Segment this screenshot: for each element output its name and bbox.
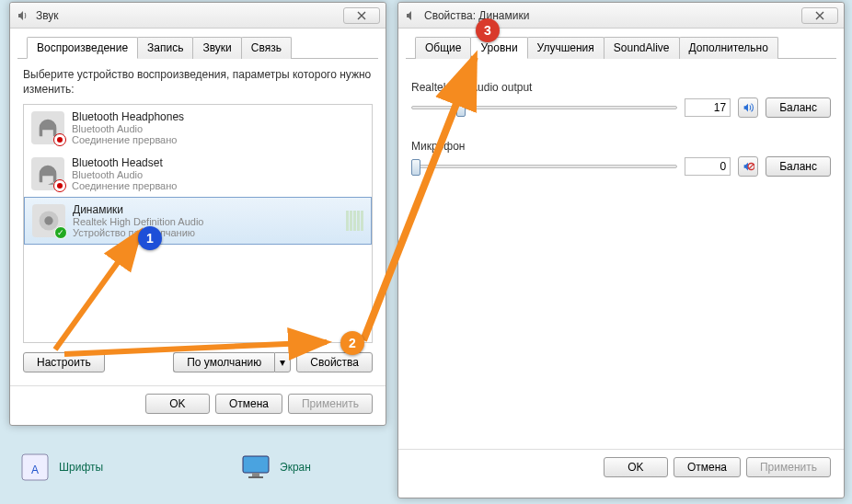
device-state: Соединение прервано: [72, 180, 364, 191]
props-body: Realtek HD Audio output Баланс Микрофон: [398, 59, 844, 445]
callout-1: 1: [138, 226, 162, 250]
headphones-icon: [31, 111, 64, 144]
fonts-icon: A: [18, 451, 52, 484]
svg-point-1: [44, 217, 52, 225]
callout-3: 3: [476, 18, 500, 42]
props-footer: OK Отмена Применить: [398, 449, 844, 488]
volume-slider[interactable]: [411, 157, 677, 176]
speaker-device-icon: [32, 204, 65, 237]
level-group-mic: Микрофон Баланс: [411, 140, 831, 177]
tab-levels[interactable]: Уровни: [470, 37, 527, 59]
props-tabs: Общие Уровни Улучшения SoundAlive Дополн…: [406, 29, 836, 59]
status-error-icon: [53, 179, 66, 192]
tab-playback[interactable]: Воспроизведение: [27, 37, 138, 59]
configure-button[interactable]: Настроить: [23, 352, 105, 372]
tab-advanced[interactable]: Дополнительно: [679, 37, 778, 59]
device-name: Динамики: [73, 203, 339, 216]
callout-2: 2: [340, 331, 364, 355]
tab-soundalive[interactable]: SoundAlive: [604, 37, 680, 59]
default-button[interactable]: По умолчанию: [173, 352, 274, 372]
volume-slider[interactable]: [411, 98, 677, 117]
svg-rect-7: [248, 476, 263, 478]
status-error-icon: [53, 133, 66, 146]
volume-meter-icon: [346, 211, 363, 231]
slider-thumb[interactable]: [456, 100, 466, 117]
speaker-icon: [16, 8, 30, 23]
tab-general[interactable]: Общие: [415, 37, 471, 59]
close-button[interactable]: [343, 7, 380, 24]
sound-body: Выберите устройство воспроизведения, пар…: [10, 59, 386, 382]
chevron-down-icon[interactable]: ▾: [274, 352, 291, 372]
mute-toggle-button[interactable]: [738, 156, 758, 177]
level-label: Микрофон: [411, 140, 831, 153]
device-item-selected[interactable]: Динамики Realtek High Definition Audio У…: [24, 197, 372, 245]
sound-window-title: Звук: [36, 9, 343, 22]
device-name: Bluetooth Headphones: [72, 110, 364, 123]
close-button[interactable]: [801, 7, 838, 24]
instruction-text: Выберите устройство воспроизведения, пар…: [23, 68, 373, 97]
device-button-row: Настроить По умолчанию ▾ Свойства: [23, 352, 373, 372]
status-ok-icon: [54, 226, 67, 239]
desktop-icon-fonts[interactable]: A Шрифты: [18, 451, 103, 484]
svg-rect-6: [252, 473, 259, 476]
device-list[interactable]: Bluetooth Headphones Bluetooth Audio Сое…: [23, 104, 373, 343]
properties-window: Свойства: Динамики Общие Уровни Улучшени…: [397, 2, 845, 498]
ok-button[interactable]: OK: [604, 457, 668, 477]
volume-value-input[interactable]: [685, 157, 731, 176]
sound-tabs: Воспроизведение Запись Звуки Связь: [17, 29, 378, 59]
device-state: Устройство по умолчанию: [73, 227, 339, 238]
desktop-label: Экран: [280, 461, 311, 474]
device-sub: Realtek High Definition Audio: [73, 216, 339, 227]
cancel-button[interactable]: Отмена: [674, 457, 741, 477]
level-group-output: Realtek HD Audio output Баланс: [411, 81, 831, 118]
props-titlebar[interactable]: Свойства: Динамики: [398, 3, 844, 29]
device-sub: Bluetooth Audio: [72, 169, 364, 180]
svg-rect-5: [243, 456, 269, 473]
sound-footer: OK Отмена Применить: [10, 385, 386, 425]
tab-comm[interactable]: Связь: [241, 37, 292, 59]
svg-text:A: A: [31, 464, 39, 476]
mute-toggle-button[interactable]: [738, 97, 758, 118]
sound-titlebar[interactable]: Звук: [10, 3, 386, 29]
apply-button[interactable]: Применить: [288, 394, 373, 414]
desktop-icon-screen[interactable]: Экран: [239, 451, 311, 484]
device-item[interactable]: Bluetooth Headset Bluetooth Audio Соедин…: [24, 151, 372, 197]
desktop-label: Шрифты: [59, 461, 103, 474]
slider-thumb[interactable]: [411, 159, 420, 176]
apply-button[interactable]: Применить: [746, 457, 831, 477]
screen-icon: [239, 451, 272, 484]
device-sub: Bluetooth Audio: [72, 123, 364, 134]
device-item[interactable]: Bluetooth Headphones Bluetooth Audio Сое…: [24, 105, 372, 151]
device-name: Bluetooth Headset: [72, 156, 364, 169]
default-split-button[interactable]: По умолчанию ▾: [173, 352, 291, 372]
balance-button[interactable]: Баланс: [766, 156, 831, 177]
volume-value-input[interactable]: [685, 98, 731, 117]
cancel-button[interactable]: Отмена: [215, 394, 282, 414]
headset-icon: [31, 157, 64, 190]
tab-enhance[interactable]: Улучшения: [527, 37, 604, 59]
level-label: Realtek HD Audio output: [411, 81, 831, 94]
tab-sounds[interactable]: Звуки: [192, 37, 241, 59]
properties-button[interactable]: Свойства: [296, 352, 373, 372]
ok-button[interactable]: OK: [145, 394, 210, 414]
speaker-icon: [404, 8, 419, 23]
balance-button[interactable]: Баланс: [766, 97, 831, 118]
device-state: Соединение прервано: [72, 134, 364, 145]
sound-window: Звук Воспроизведение Запись Звуки Связь …: [9, 2, 386, 426]
tab-record[interactable]: Запись: [137, 37, 193, 59]
